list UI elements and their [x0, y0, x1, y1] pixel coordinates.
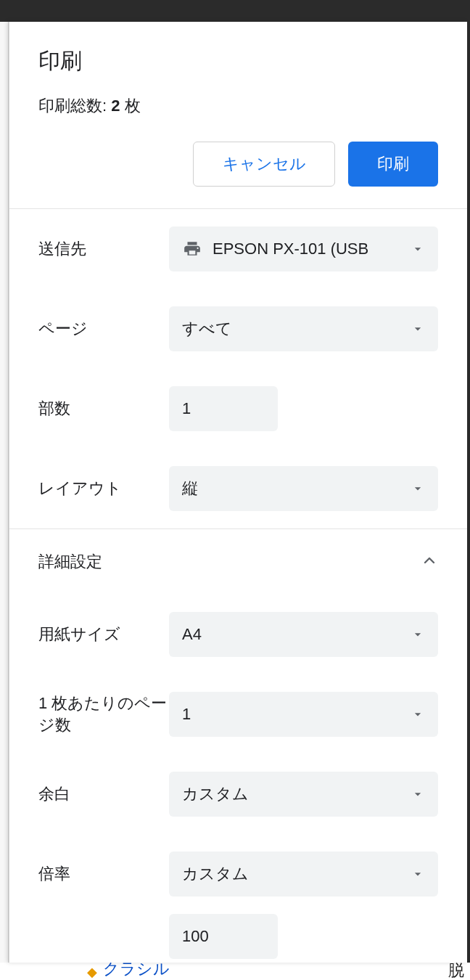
margins-value: カスタム	[182, 783, 249, 805]
print-button[interactable]: 印刷	[348, 142, 438, 187]
label-copies: 部数	[38, 398, 169, 420]
page-background-bottom: ◆ クラシル 脱	[0, 963, 470, 980]
scale-custom-input[interactable]	[169, 914, 278, 959]
row-scale-custom	[9, 914, 467, 963]
chevron-down-icon	[411, 242, 425, 256]
background-right-text: 脱	[448, 960, 464, 980]
dialog-buttons: キャンセル 印刷	[38, 142, 438, 208]
chevron-down-icon	[411, 787, 425, 801]
pages-value: すべて	[182, 318, 232, 340]
row-layout: レイアウト 縦	[9, 449, 467, 528]
dialog-title: 印刷	[38, 22, 438, 95]
chevron-down-icon	[411, 322, 425, 336]
diamond-icon: ◆	[87, 964, 97, 980]
chevron-down-icon	[411, 481, 425, 496]
more-settings-toggle[interactable]: 詳細設定	[9, 529, 467, 595]
browser-topbar	[0, 0, 470, 22]
summary-count: 2	[111, 97, 120, 115]
paper-size-select[interactable]: A4	[169, 612, 438, 657]
print-summary: 印刷総数: 2 枚	[38, 95, 438, 142]
destination-value: EPSON PX-101 (USB	[213, 240, 368, 258]
page-background-left	[0, 22, 9, 980]
printer-icon	[182, 240, 202, 258]
summary-prefix: 印刷総数:	[38, 97, 111, 115]
label-layout: レイアウト	[38, 478, 169, 499]
chevron-down-icon	[411, 867, 425, 881]
row-copies: 部数	[9, 369, 467, 449]
label-destination: 送信先	[38, 238, 169, 260]
label-paper-size: 用紙サイズ	[38, 624, 169, 645]
row-margins: 余白 カスタム	[9, 754, 467, 834]
pages-select[interactable]: すべて	[169, 306, 438, 351]
cancel-button-label: キャンセル	[223, 153, 306, 175]
row-destination: 送信先 EPSON PX-101 (USB	[9, 209, 467, 289]
margins-select[interactable]: カスタム	[169, 772, 438, 817]
row-scale: 倍率 カスタム	[9, 834, 467, 914]
print-button-label: 印刷	[377, 153, 409, 175]
copies-input[interactable]	[169, 386, 278, 431]
label-pages-per-sheet: 1 枚あたりのページ数	[38, 693, 169, 735]
more-settings-label: 詳細設定	[38, 551, 102, 573]
summary-suffix: 枚	[120, 97, 140, 115]
pages-per-sheet-select[interactable]: 1	[169, 692, 438, 737]
pages-per-sheet-value: 1	[182, 705, 191, 724]
row-pages-per-sheet: 1 枚あたりのページ数 1	[9, 674, 467, 754]
print-dialog: 印刷 印刷総数: 2 枚 キャンセル 印刷 送信先 EPSON PX-101 (…	[9, 22, 467, 963]
label-margins: 余白	[38, 783, 169, 805]
destination-select[interactable]: EPSON PX-101 (USB	[169, 226, 438, 271]
chevron-up-icon	[421, 552, 438, 572]
row-pages: ページ すべて	[9, 289, 467, 369]
chevron-down-icon	[411, 707, 425, 722]
scale-value: カスタム	[182, 863, 249, 885]
paper-size-value: A4	[182, 625, 202, 644]
label-scale: 倍率	[38, 863, 169, 885]
scale-select[interactable]: カスタム	[169, 852, 438, 897]
label-pages: ページ	[38, 318, 169, 340]
cancel-button[interactable]: キャンセル	[193, 142, 335, 187]
row-paper-size: 用紙サイズ A4	[9, 595, 467, 674]
layout-select[interactable]: 縦	[169, 466, 438, 511]
chevron-down-icon	[411, 627, 425, 642]
layout-value: 縦	[182, 478, 198, 499]
